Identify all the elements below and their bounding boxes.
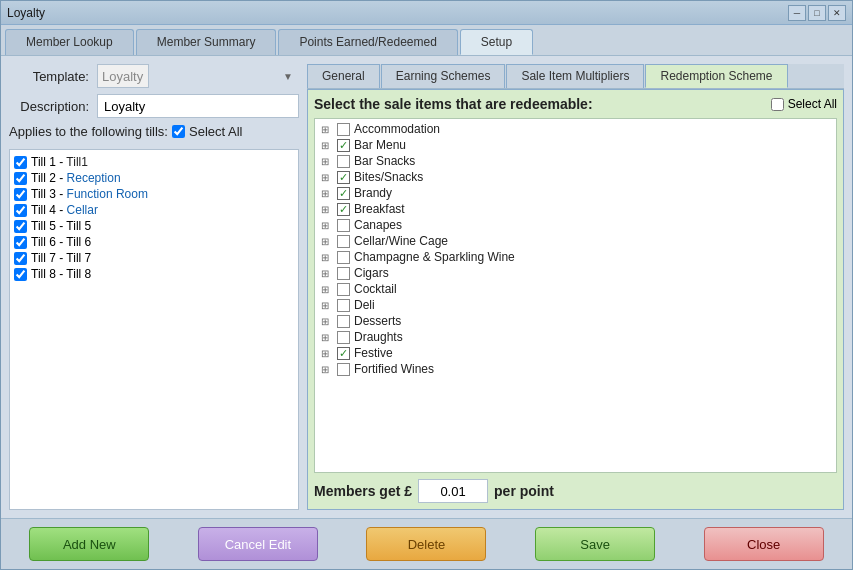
till-4-checkbox[interactable] bbox=[14, 204, 27, 217]
item-checkbox[interactable] bbox=[337, 219, 350, 232]
right-panel: General Earning Schemes Sale Item Multip… bbox=[307, 64, 844, 510]
item-label: Bar Menu bbox=[354, 138, 406, 152]
list-item: ⊞ Brandy bbox=[315, 185, 836, 201]
expand-icon[interactable]: ⊞ bbox=[321, 140, 333, 151]
item-checkbox[interactable] bbox=[337, 347, 350, 360]
maximize-button[interactable]: □ bbox=[808, 5, 826, 21]
members-suffix: per point bbox=[494, 483, 554, 499]
members-value-input[interactable] bbox=[418, 479, 488, 503]
description-row: Description: bbox=[9, 94, 299, 118]
item-checkbox[interactable] bbox=[337, 171, 350, 184]
list-item: Till 7 - Till 7 bbox=[14, 250, 294, 266]
item-label: Festive bbox=[354, 346, 393, 360]
expand-icon[interactable]: ⊞ bbox=[321, 364, 333, 375]
item-checkbox[interactable] bbox=[337, 299, 350, 312]
expand-icon[interactable]: ⊞ bbox=[321, 300, 333, 311]
tab-points-earned[interactable]: Points Earned/Redeemed bbox=[278, 29, 457, 55]
item-checkbox[interactable] bbox=[337, 315, 350, 328]
item-checkbox[interactable] bbox=[337, 331, 350, 344]
till-6-checkbox[interactable] bbox=[14, 236, 27, 249]
till-1-checkbox[interactable] bbox=[14, 156, 27, 169]
till-2-checkbox[interactable] bbox=[14, 172, 27, 185]
list-item: Till 5 - Till 5 bbox=[14, 218, 294, 234]
till-6-label: Till 6 - Till 6 bbox=[31, 235, 91, 249]
expand-icon[interactable]: ⊞ bbox=[321, 220, 333, 231]
expand-icon[interactable]: ⊞ bbox=[321, 332, 333, 343]
tab-setup[interactable]: Setup bbox=[460, 29, 533, 55]
expand-icon[interactable]: ⊞ bbox=[321, 204, 333, 215]
tab-member-summary[interactable]: Member Summary bbox=[136, 29, 277, 55]
till-5-checkbox[interactable] bbox=[14, 220, 27, 233]
item-checkbox[interactable] bbox=[337, 139, 350, 152]
till-7-checkbox[interactable] bbox=[14, 252, 27, 265]
expand-icon[interactable]: ⊞ bbox=[321, 252, 333, 263]
tab-redemption-scheme[interactable]: Redemption Scheme bbox=[645, 64, 787, 88]
item-label: Cellar/Wine Cage bbox=[354, 234, 448, 248]
till-5-label: Till 5 - Till 5 bbox=[31, 219, 91, 233]
expand-icon[interactable]: ⊞ bbox=[321, 268, 333, 279]
expand-icon[interactable]: ⊞ bbox=[321, 348, 333, 359]
minimize-button[interactable]: ─ bbox=[788, 5, 806, 21]
item-checkbox[interactable] bbox=[337, 203, 350, 216]
list-item: ⊞ Fortified Wines bbox=[315, 361, 836, 377]
item-label: Deli bbox=[354, 298, 375, 312]
description-label: Description: bbox=[9, 99, 89, 114]
cancel-edit-button[interactable]: Cancel Edit bbox=[198, 527, 318, 561]
template-row: Template: Loyalty bbox=[9, 64, 299, 88]
item-checkbox[interactable] bbox=[337, 123, 350, 136]
item-checkbox[interactable] bbox=[337, 155, 350, 168]
items-select-all-label: Select All bbox=[788, 97, 837, 111]
description-input[interactable] bbox=[97, 94, 299, 118]
item-label: Brandy bbox=[354, 186, 392, 200]
main-window: Loyalty ─ □ ✕ Member Lookup Member Summa… bbox=[0, 0, 853, 570]
expand-icon[interactable]: ⊞ bbox=[321, 188, 333, 199]
tab-general[interactable]: General bbox=[307, 64, 380, 88]
item-checkbox[interactable] bbox=[337, 235, 350, 248]
till-8-checkbox[interactable] bbox=[14, 268, 27, 281]
template-select[interactable]: Loyalty bbox=[97, 64, 149, 88]
item-checkbox[interactable] bbox=[337, 187, 350, 200]
expand-icon[interactable]: ⊞ bbox=[321, 284, 333, 295]
expand-icon[interactable]: ⊞ bbox=[321, 316, 333, 327]
delete-button[interactable]: Delete bbox=[366, 527, 486, 561]
item-label: Draughts bbox=[354, 330, 403, 344]
item-checkbox[interactable] bbox=[337, 363, 350, 376]
items-list[interactable]: ⊞ Accommodation ⊞ Bar Menu ⊞ Bar Sn bbox=[314, 118, 837, 473]
tab-sale-item-multipliers[interactable]: Sale Item Multipliers bbox=[506, 64, 644, 88]
till-3-checkbox[interactable] bbox=[14, 188, 27, 201]
item-checkbox[interactable] bbox=[337, 283, 350, 296]
item-checkbox[interactable] bbox=[337, 251, 350, 264]
expand-icon[interactable]: ⊞ bbox=[321, 124, 333, 135]
tab-earning-schemes[interactable]: Earning Schemes bbox=[381, 64, 506, 88]
title-bar: Loyalty ─ □ ✕ bbox=[1, 1, 852, 25]
items-select-all-checkbox[interactable] bbox=[771, 98, 784, 111]
tills-header: Applies to the following tills: Select A… bbox=[9, 124, 299, 139]
expand-icon[interactable]: ⊞ bbox=[321, 156, 333, 167]
list-item: ⊞ Draughts bbox=[315, 329, 836, 345]
item-checkbox[interactable] bbox=[337, 267, 350, 280]
item-label: Bar Snacks bbox=[354, 154, 415, 168]
close-button-bottom[interactable]: Close bbox=[704, 527, 824, 561]
tills-label: Applies to the following tills: bbox=[9, 124, 168, 139]
redemption-title: Select the sale items that are redeemabl… bbox=[314, 96, 593, 112]
tab-member-lookup[interactable]: Member Lookup bbox=[5, 29, 134, 55]
expand-icon[interactable]: ⊞ bbox=[321, 236, 333, 247]
list-item: Till 8 - Till 8 bbox=[14, 266, 294, 282]
item-label: Fortified Wines bbox=[354, 362, 434, 376]
expand-icon[interactable]: ⊞ bbox=[321, 172, 333, 183]
till-4-label: Till 4 - Cellar bbox=[31, 203, 98, 217]
list-item: Till 6 - Till 6 bbox=[14, 234, 294, 250]
list-item: ⊞ Desserts bbox=[315, 313, 836, 329]
item-label: Breakfast bbox=[354, 202, 405, 216]
list-item: ⊞ Cocktail bbox=[315, 281, 836, 297]
save-button[interactable]: Save bbox=[535, 527, 655, 561]
add-new-button[interactable]: Add New bbox=[29, 527, 149, 561]
close-button[interactable]: ✕ bbox=[828, 5, 846, 21]
item-label: Champagne & Sparkling Wine bbox=[354, 250, 515, 264]
template-label: Template: bbox=[9, 69, 89, 84]
main-tabs: Member Lookup Member Summary Points Earn… bbox=[1, 25, 852, 56]
window-title: Loyalty bbox=[7, 6, 45, 20]
sub-tabs: General Earning Schemes Sale Item Multip… bbox=[307, 64, 844, 89]
tills-select-all-checkbox[interactable] bbox=[172, 125, 185, 138]
list-item: ⊞ Bar Menu bbox=[315, 137, 836, 153]
